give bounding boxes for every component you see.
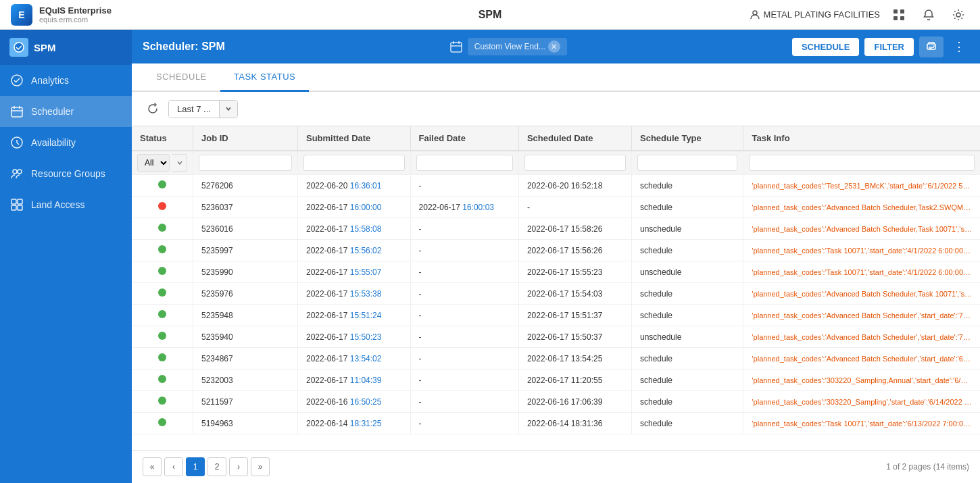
filter-type-input[interactable] <box>637 155 737 171</box>
cell-failed: - <box>410 261 518 283</box>
cell-status <box>132 218 193 240</box>
svg-rect-1 <box>893 9 898 14</box>
status-dot <box>158 353 166 361</box>
cell-status <box>132 240 193 261</box>
sidebar-title: SPM <box>34 42 56 53</box>
content-header-right: SCHEDULE FILTER ⋮ <box>792 35 969 58</box>
page-next-btn[interactable]: › <box>229 457 248 476</box>
table-row: 52359482022-06-17 15:51:24-2022-06-17 15… <box>132 305 980 326</box>
table-header-row: Status Job ID Submitted Date Failed Date… <box>132 126 980 151</box>
cell-scheduled: 2022-06-17 15:50:37 <box>518 326 631 348</box>
analytics-icon <box>9 73 24 88</box>
status-dot <box>158 180 166 188</box>
cell-status <box>132 197 193 218</box>
cell-status <box>132 305 193 326</box>
content-title: Scheduler: SPM <box>143 41 225 53</box>
cell-type: schedule <box>632 413 743 434</box>
content-header: Scheduler: SPM Custom View End... ✕ SCHE… <box>132 30 980 63</box>
table-row: 52359972022-06-17 15:56:02-2022-06-17 15… <box>132 240 980 261</box>
tab-schedule[interactable]: SCHEDULE <box>143 63 220 92</box>
cell-taskinfo: 'planned_task_codes':'303220_Sampling,An… <box>743 370 980 391</box>
refresh-button[interactable] <box>143 99 163 119</box>
schedule-button[interactable]: SCHEDULE <box>792 38 860 56</box>
app-layout: SPM Analytics Scheduler Availability Res <box>0 30 980 483</box>
page-first-btn[interactable]: « <box>143 457 162 476</box>
col-taskinfo: Task Info <box>743 126 980 151</box>
filter-failed-input[interactable] <box>416 155 513 171</box>
cell-status <box>132 283 193 305</box>
apps-icon-btn[interactable] <box>888 4 910 26</box>
cell-taskinfo: 'planned_task_codes':'Task 10071','start… <box>743 261 980 283</box>
cell-taskinfo: 'planned_task_codes':'Advanced Batch Sch… <box>743 326 980 348</box>
timerange-label: Last 7 ... <box>169 101 219 118</box>
timerange-selector[interactable]: Last 7 ... <box>168 100 238 118</box>
close-custom-view[interactable]: ✕ <box>548 41 560 53</box>
cell-type: schedule <box>632 305 743 326</box>
svg-rect-13 <box>18 199 22 204</box>
cell-submitted: 2022-06-17 15:51:24 <box>297 305 410 326</box>
cell-jobid: 5211597 <box>193 391 298 413</box>
cell-jobid: 5194963 <box>193 413 298 434</box>
cell-scheduled: 2022-06-17 13:54:25 <box>518 348 631 370</box>
col-jobid: Job ID <box>193 126 298 151</box>
more-options-button[interactable]: ⋮ <box>949 35 969 58</box>
filter-taskinfo-input[interactable] <box>749 155 975 171</box>
cell-submitted: 2022-06-20 16:36:01 <box>297 175 410 197</box>
table-row: 52360372022-06-17 16:00:002022-06-17 16:… <box>132 197 980 218</box>
sidebar-item-land-access[interactable]: Land Access <box>0 189 132 220</box>
filter-button[interactable]: FILTER <box>864 38 914 56</box>
sidebar-item-scheduler[interactable]: Scheduler <box>0 96 132 127</box>
cell-submitted: 2022-06-17 16:00:00 <box>297 197 410 218</box>
filter-failed-cell <box>410 151 518 175</box>
pagination: « ‹ 1 2 › » 1 of 2 pages (14 items) <box>132 450 980 483</box>
notifications-btn[interactable] <box>918 4 939 26</box>
svg-point-6 <box>14 43 24 52</box>
app-name: EQuIS Enterprise <box>39 5 112 16</box>
cell-jobid: 5235997 <box>193 240 298 261</box>
custom-view-badge: Custom View End... ✕ <box>468 38 567 55</box>
svg-rect-15 <box>18 205 22 210</box>
status-dot <box>158 224 166 232</box>
toolbar: Last 7 ... <box>132 92 980 126</box>
table-row: 51949632022-06-14 18:31:25-2022-06-14 18… <box>132 413 980 434</box>
settings-btn[interactable] <box>948 4 969 26</box>
svg-rect-4 <box>900 16 904 20</box>
cell-scheduled: 2022-06-20 16:52:18 <box>518 175 631 197</box>
cell-failed: - <box>410 283 518 305</box>
col-type: Schedule Type <box>632 126 743 151</box>
filter-submitted-input[interactable] <box>303 155 405 171</box>
chevron-down-icon <box>225 105 232 112</box>
page-prev-btn[interactable]: ‹ <box>164 457 183 476</box>
print-icon <box>926 41 937 51</box>
tab-task-status[interactable]: TASK STATUS <box>220 63 309 92</box>
filter-scheduled-input[interactable] <box>524 155 626 171</box>
cell-jobid: 5235976 <box>193 283 298 305</box>
pagination-buttons: « ‹ 1 2 › » <box>143 457 270 476</box>
cell-failed: - <box>410 175 518 197</box>
table-row: 52359762022-06-17 15:53:38-2022-06-17 15… <box>132 283 980 305</box>
filter-jobid-input[interactable] <box>199 155 292 171</box>
sidebar-item-analytics[interactable]: Analytics <box>0 65 132 96</box>
task-status-table: Status Job ID Submitted Date Failed Date… <box>132 126 980 434</box>
table-row: 52348672022-06-17 13:54:02-2022-06-17 13… <box>132 348 980 370</box>
svg-rect-3 <box>893 16 898 20</box>
status-dot <box>158 202 166 210</box>
cell-failed: - <box>410 413 518 434</box>
status-filter-dropdown[interactable] <box>172 154 187 172</box>
main-content: Scheduler: SPM Custom View End... ✕ SCHE… <box>132 30 980 483</box>
cell-failed: - <box>410 326 518 348</box>
page-2-btn[interactable]: 2 <box>207 457 226 476</box>
filter-scheduled-cell <box>518 151 631 175</box>
cell-type: schedule <box>632 175 743 197</box>
table-row: 52115972022-06-16 16:50:25-2022-06-16 17… <box>132 391 980 413</box>
cell-taskinfo: 'planned_task_codes':'Advanced Batch Sch… <box>743 348 980 370</box>
print-button[interactable] <box>919 36 944 57</box>
page-last-btn[interactable]: » <box>251 457 270 476</box>
filter-row: All <box>132 151 980 175</box>
page-1-btn[interactable]: 1 <box>186 457 205 476</box>
status-filter-select[interactable]: All <box>137 154 170 172</box>
sidebar-item-availability[interactable]: Availability <box>0 127 132 158</box>
sidebar-item-resource-groups[interactable]: Resource Groups <box>0 158 132 189</box>
timerange-dropdown-arrow[interactable] <box>219 101 237 118</box>
scheduler-icon <box>9 104 24 119</box>
